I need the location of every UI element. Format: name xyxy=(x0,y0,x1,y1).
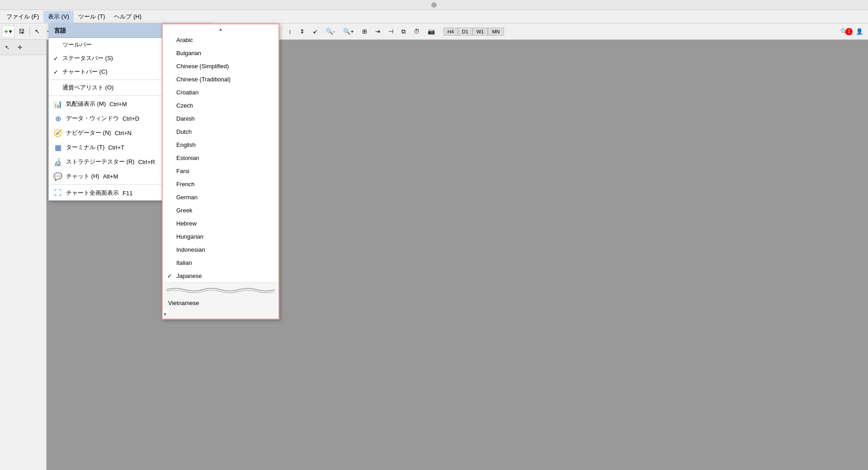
quotes-icon: 📊 xyxy=(53,100,62,108)
strategy-icon-box: 🔬 xyxy=(53,157,62,166)
lang-french[interactable]: French xyxy=(163,178,278,191)
lang-estonian[interactable]: Estonian xyxy=(163,151,278,164)
chinese-simplified-label: Chinese (Simplified) xyxy=(176,63,229,70)
panel-add-btn[interactable]: ✛ xyxy=(14,42,25,53)
dutch-label: Dutch xyxy=(176,128,192,135)
lang-danish[interactable]: Danish xyxy=(163,112,278,125)
title-bar xyxy=(0,0,868,10)
lang-arabic[interactable]: Arabic xyxy=(163,33,278,47)
czech-label: Czech xyxy=(176,102,193,109)
lang-german[interactable]: German xyxy=(163,191,278,204)
copy-btn[interactable]: ⧉ xyxy=(398,25,409,38)
lang-hebrew[interactable]: Hebrew xyxy=(163,217,278,230)
tab-mn[interactable]: MN xyxy=(488,28,504,36)
lang-chinese-simplified[interactable]: Chinese (Simplified) xyxy=(163,60,278,73)
greek-label: Greek xyxy=(176,207,192,214)
lang-hungarian[interactable]: Hungarian xyxy=(163,230,278,243)
lang-scroll-up[interactable]: ▲ xyxy=(163,24,278,33)
lang-bulgarian[interactable]: Bulgarian xyxy=(163,47,278,60)
menu-toolbar-label: ツールバー xyxy=(62,41,92,49)
chart-icon-1: ↕ xyxy=(288,28,292,35)
menu-navigator-label: ナビゲーター (N) xyxy=(66,129,111,137)
strategy-shortcut: Ctrl+R xyxy=(138,159,155,165)
scroll-up-icon: ▲ xyxy=(218,27,223,32)
menu-pairlist-label: 通貨ペアリスト (O) xyxy=(62,84,113,92)
panel-add-icon: ✛ xyxy=(18,44,22,51)
lang-scroll-down[interactable]: ▼ xyxy=(163,310,167,319)
terminal-icon: ▦ xyxy=(55,143,61,152)
chartbar-check: ✓ xyxy=(53,69,58,75)
menu-datawindow-label: データ・ウィンドウ xyxy=(66,114,119,122)
camera-icon: 📷 xyxy=(428,28,435,35)
user-button[interactable]: 👤 1 xyxy=(853,25,866,38)
hebrew-label: Hebrew xyxy=(176,220,197,227)
separator-icon: ⊣ xyxy=(388,28,393,35)
grid-btn[interactable]: ⊞ xyxy=(359,25,370,38)
lang-czech[interactable]: Czech xyxy=(163,99,278,112)
panel-cursor-btn[interactable]: ↖ xyxy=(2,42,13,53)
navigator-shortcut: Ctrl+N xyxy=(115,130,132,136)
tab-w1[interactable]: W1 xyxy=(472,28,488,36)
chart-icon-3: ↙ xyxy=(313,28,318,35)
wave-svg xyxy=(166,285,275,294)
japanese-label: Japanese xyxy=(176,273,202,279)
strategy-icon: 🔬 xyxy=(53,158,62,166)
estonian-label: Estonian xyxy=(176,155,199,161)
menu-chat-label: チャット (H) xyxy=(66,172,99,180)
chat-icon-box: 💬 xyxy=(53,172,62,181)
toolbar-sep-1 xyxy=(29,27,30,36)
separator-btn[interactable]: ⊣ xyxy=(385,25,396,38)
french-label: French xyxy=(176,181,194,188)
clock-btn[interactable]: ⏱ xyxy=(410,25,423,38)
lang-english[interactable]: English xyxy=(163,138,278,151)
vietnamese-label: Vietnamese xyxy=(168,300,199,306)
indonesian-label: Indonesian xyxy=(176,246,205,253)
menu-strategy-label: ストラテジーテスター (R) xyxy=(66,158,135,166)
menu-help[interactable]: ヘルプ (H) xyxy=(109,11,146,23)
lang-croatian[interactable]: Croatian xyxy=(163,86,278,99)
danish-label: Danish xyxy=(176,115,194,122)
tab-d1[interactable]: D1 xyxy=(458,28,472,36)
tab-h4[interactable]: H4 xyxy=(443,28,458,36)
zoom-in-btn[interactable]: 🔍+ xyxy=(340,25,357,38)
terminal-shortcut: Ctrl+T xyxy=(108,144,124,151)
menu-file[interactable]: ファイル (F) xyxy=(2,11,43,23)
fullscreen-shortcut: F11 xyxy=(123,190,132,197)
chart-btn-3[interactable]: ↙ xyxy=(310,25,321,38)
lang-japanese[interactable]: ✓ Japanese xyxy=(163,269,278,282)
chart-btn-2[interactable]: ⇕ xyxy=(297,25,308,38)
lang-dutch[interactable]: Dutch xyxy=(163,125,278,138)
menu-chartbar-label: チャートバー (C) xyxy=(62,68,108,76)
scroll-end-icon: ⇥ xyxy=(375,28,380,35)
bulgarian-label: Bulgarian xyxy=(176,50,201,56)
datawindow-icon: ⊕ xyxy=(55,114,61,123)
menu-quotes-label: 気配値表示 (M) xyxy=(66,100,106,108)
lang-italian[interactable]: Italian xyxy=(163,256,278,269)
zoom-out-icon: 🔍- xyxy=(326,28,335,35)
farsi-label: Farsi xyxy=(176,168,189,174)
scroll-end-btn[interactable]: ⇥ xyxy=(372,25,383,38)
menu-terminal-label: ターミナル (T) xyxy=(66,143,104,151)
hungarian-label: Hungarian xyxy=(176,233,203,240)
fullscreen-icon: ⛶ xyxy=(54,189,61,197)
camera-btn[interactable]: 📷 xyxy=(425,25,438,38)
lang-vietnamese[interactable]: Vietnamese xyxy=(163,296,278,310)
lang-chinese-traditional[interactable]: Chinese (Traditional) xyxy=(163,73,278,86)
lang-farsi[interactable]: Farsi xyxy=(163,164,278,178)
new-button[interactable]: + ▾ xyxy=(2,25,14,38)
menu-tools[interactable]: ツール (T) xyxy=(74,11,109,23)
plus-icon: + xyxy=(4,28,8,36)
title-bar-indicator xyxy=(431,2,437,8)
menu-view[interactable]: 表示 (V) xyxy=(43,11,74,23)
lang-greek[interactable]: Greek xyxy=(163,204,278,217)
italian-label: Italian xyxy=(176,259,192,266)
panel-cursor-icon: ↖ xyxy=(5,44,9,51)
zoom-out-btn[interactable]: 🔍- xyxy=(323,25,338,38)
save-button[interactable]: 🖫 xyxy=(15,25,28,38)
lang-indonesian[interactable]: Indonesian xyxy=(163,243,278,256)
cursor-tool[interactable]: ↖ xyxy=(32,25,43,38)
datawindow-shortcut: Ctrl+D xyxy=(123,115,139,122)
chart-btn-1[interactable]: ↕ xyxy=(285,25,295,38)
chat-shortcut: Alt+M xyxy=(103,173,118,180)
chat-icon: 💬 xyxy=(53,172,62,181)
